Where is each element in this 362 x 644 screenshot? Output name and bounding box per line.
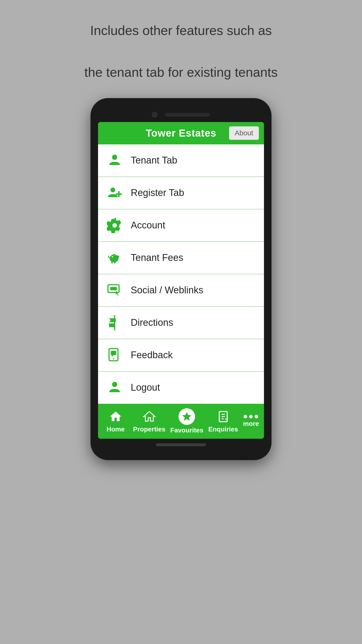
svg-marker-14 xyxy=(109,318,116,322)
phone-camera xyxy=(152,112,157,117)
gear-icon xyxy=(106,216,124,234)
svg-rect-9 xyxy=(114,261,116,263)
menu-item-register-tab[interactable]: Register Tab xyxy=(98,177,264,209)
menu-item-social-weblinks[interactable]: Social / Weblinks xyxy=(98,274,264,307)
svg-rect-11 xyxy=(110,287,117,290)
nav-label-home: Home xyxy=(107,425,125,433)
clipboard-icon xyxy=(216,409,231,424)
app-title: Tower Estates xyxy=(146,128,216,139)
svg-point-19 xyxy=(113,358,114,359)
svg-point-7 xyxy=(117,255,119,258)
nav-label-properties: Properties xyxy=(133,425,165,433)
svg-rect-13 xyxy=(114,315,115,331)
svg-point-1 xyxy=(110,187,115,192)
menu-item-logout[interactable]: Logout xyxy=(98,372,264,404)
phone-bottom-bar xyxy=(98,443,264,446)
svg-rect-8 xyxy=(111,261,113,263)
menu-label-feedback: Feedback xyxy=(131,350,173,360)
svg-point-4 xyxy=(110,254,118,262)
phone-home-indicator xyxy=(156,443,206,446)
nav-item-enquiries[interactable]: Enquiries xyxy=(208,409,238,433)
caption: Includes other features such as the tena… xyxy=(84,20,278,83)
menu-label-account: Account xyxy=(131,220,165,231)
menu-label-register-tab: Register Tab xyxy=(131,187,184,198)
nav-label-favourites: Favourites xyxy=(170,426,204,434)
favourites-circle xyxy=(178,408,195,425)
house-icon xyxy=(142,409,157,424)
app-header: Tower Estates About xyxy=(98,122,264,144)
phone-shell: Tower Estates About Tenant Tab xyxy=(90,98,272,460)
nav-label-enquiries: Enquiries xyxy=(208,425,238,433)
bottom-nav: Home Properties Favourites xyxy=(98,404,264,439)
svg-point-0 xyxy=(112,154,117,160)
person-icon xyxy=(106,151,124,170)
nav-item-home[interactable]: Home xyxy=(103,409,128,433)
menu-label-tenant-tab: Tenant Tab xyxy=(131,155,177,166)
svg-rect-6 xyxy=(113,254,115,255)
phone-top-bar xyxy=(98,112,264,117)
home-icon xyxy=(108,409,123,424)
svg-point-20 xyxy=(112,382,117,387)
menu-list: Tenant Tab Register Tab xyxy=(98,144,264,404)
piggy-icon xyxy=(106,249,124,267)
svg-marker-18 xyxy=(112,355,114,357)
person-logout-icon xyxy=(106,379,124,397)
menu-item-account[interactable]: Account xyxy=(98,209,264,242)
menu-item-tenant-fees[interactable]: Tenant Fees xyxy=(98,242,264,274)
nav-item-favourites[interactable]: Favourites xyxy=(170,408,204,434)
menu-label-directions: Directions xyxy=(131,317,173,328)
menu-label-social-weblinks: Social / Weblinks xyxy=(131,285,203,296)
nav-item-more[interactable]: more xyxy=(243,415,259,428)
person-plus-icon xyxy=(106,184,124,202)
svg-point-5 xyxy=(112,256,113,257)
menu-item-tenant-tab[interactable]: Tenant Tab xyxy=(98,144,264,177)
about-button[interactable]: About xyxy=(229,126,259,140)
phone-speaker xyxy=(165,113,210,116)
chat-icon xyxy=(106,346,124,364)
menu-item-feedback[interactable]: Feedback xyxy=(98,339,264,372)
nav-item-properties[interactable]: Properties xyxy=(133,409,165,433)
phone-screen: Tower Estates About Tenant Tab xyxy=(98,122,264,439)
menu-label-tenant-fees: Tenant Fees xyxy=(131,252,183,263)
monitor-icon xyxy=(106,281,124,299)
menu-label-logout: Logout xyxy=(131,382,160,393)
more-dots-icon xyxy=(244,415,258,418)
signpost-icon xyxy=(106,314,124,332)
svg-rect-17 xyxy=(111,351,116,355)
menu-item-directions[interactable]: Directions xyxy=(98,307,264,339)
nav-label-more: more xyxy=(243,420,259,428)
